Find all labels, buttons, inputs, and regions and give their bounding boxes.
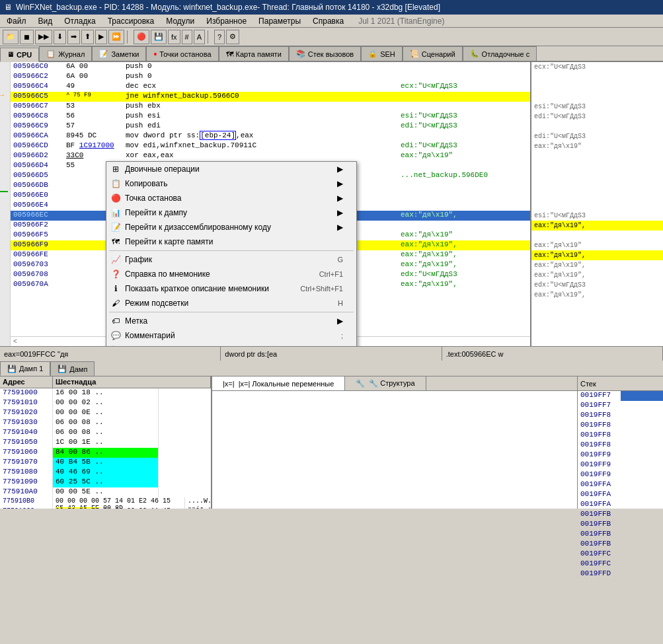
tb-settings[interactable]: ⚙	[226, 30, 239, 44]
tab-scenario[interactable]: 📜 Сценарий	[403, 46, 463, 61]
cm-bookmark[interactable]: 🔖 Поставить/Убрать закладку Ctrl+D	[106, 343, 356, 346]
cm-graph[interactable]: 📈 График G	[106, 252, 356, 267]
tab-callstack[interactable]: 📚 Стек вызовов	[289, 46, 361, 61]
tab-dump2[interactable]: 💾 Дамп	[50, 361, 95, 376]
highlight-icon: 🖌	[110, 298, 121, 308]
tb-font[interactable]: A	[194, 30, 205, 44]
stack-row: 0019FF8	[578, 441, 663, 450]
stack-row: 0019FF9	[578, 460, 663, 470]
tb-step-over[interactable]: ➡	[67, 30, 80, 44]
title-bar-icon: 🖥	[4, 3, 12, 12]
cm-goto-memmap[interactable]: 🗺 Перейти к карте памяти	[106, 234, 356, 249]
menu-debug[interactable]: Отладка	[60, 16, 99, 26]
tb-restart[interactable]: ▶▶	[35, 30, 52, 44]
disasm-row[interactable]: 005966C8 56 push esi esi:"U<мГДдS3	[11, 112, 530, 122]
tab-memmap[interactable]: 🗺 Карта памяти	[219, 46, 289, 61]
disasm-row[interactable]: 005966CD BF 1C917000 mov edi,winfxnet_ba…	[11, 141, 530, 151]
tb-expr[interactable]: fx	[168, 30, 180, 44]
locals-tab[interactable]: |x=| |x=| Локальные переменные	[212, 376, 345, 390]
stack-row: 0019FF8	[578, 411, 663, 421]
disasm-row[interactable]: 005966C5 ^ 75 F9 jne winfxnet_backup.596…	[11, 92, 530, 102]
menu-favorites[interactable]: Избранное	[202, 16, 251, 26]
dump-row[interactable]: 77591070 40 B4 5B ..	[0, 458, 211, 468]
cm-label[interactable]: 🏷 Метка ▶	[106, 314, 356, 328]
tab-breakpoints-label: Точки останова	[159, 50, 211, 58]
dump-row[interactable]: 77591080 40 46 69 ..	[0, 468, 211, 478]
menu-trace[interactable]: Трассировка	[104, 16, 159, 26]
tb-run[interactable]: ▶	[95, 30, 107, 44]
tb-open[interactable]: 📁	[3, 30, 19, 44]
tab-callstack-label: Стек вызовов	[308, 50, 354, 58]
dump-row[interactable]: 77591010 00 00 02 ..	[0, 398, 211, 408]
disasm-row[interactable]: 005966C9 57 push edi edi:"U<мГДдS3	[11, 122, 530, 131]
cm-binary-ops[interactable]: ⊞ Двоичные операции ▶	[106, 162, 356, 176]
tab-notes[interactable]: 📝 Заметки	[92, 46, 146, 61]
tb-step-in[interactable]: ⬇	[54, 30, 66, 44]
tab-debug-label: Отладочные с	[482, 50, 530, 58]
tb-mem[interactable]: 💾	[151, 30, 167, 44]
tb-stop[interactable]: ⏹	[20, 30, 34, 44]
disasm-row[interactable]: 005966C4 49 dec ecx ecx:"U<мГДдS3	[11, 82, 530, 92]
structure-tab[interactable]: 🔧 🔧 Структура	[345, 376, 426, 390]
bookmark-icon: 🔖	[110, 345, 121, 346]
dump-col-hex: Шестнадца	[53, 376, 211, 388]
tab-memmap-label: Карта памяти	[236, 50, 282, 58]
disasm-row[interactable]: 005966D2 33C0 xor eax,eax eax:"дя\x19"	[11, 151, 530, 161]
menu-view[interactable]: Вид	[34, 16, 57, 26]
dump-row[interactable]: 77591090 60 25 5C ..	[0, 478, 211, 487]
disasm-icon: 📝	[110, 222, 121, 233]
dump-row[interactable]: 77591030 06 00 08 ..	[0, 418, 211, 428]
tab-journal[interactable]: 📋 Журнал	[39, 46, 92, 61]
dump-panel[interactable]: Адрес Шестнадца 77591000 16 00 18 .. 775…	[0, 376, 212, 509]
tab-scenario-icon: 📜	[410, 50, 419, 58]
stack-row: 0019FF8	[578, 421, 663, 431]
cm-mnemonic-short[interactable]: ℹ Показать краткое описание мнемоники Ct…	[106, 281, 356, 296]
menu-params[interactable]: Параметры	[254, 16, 305, 26]
tab-dump1[interactable]: 💾 Дамп 1	[0, 361, 50, 376]
cm-goto-dump[interactable]: 📊 Перейти к дампу ▶	[106, 205, 356, 220]
menu-modules[interactable]: Модули	[162, 16, 198, 26]
tab-cpu[interactable]: 🖥 CPU	[0, 48, 39, 62]
graph-icon: 📈	[110, 254, 121, 265]
tab-seh[interactable]: 🔒 SEH	[361, 46, 403, 61]
tab-debug[interactable]: 🐛 Отладочные с	[463, 46, 537, 61]
disasm-panel[interactable]: → 005966C0 6A 00 push 0 005966C2 6A 00 p…	[0, 62, 531, 346]
dump-row[interactable]: 775910A0 00 00 5E ..	[0, 487, 211, 497]
dump-row[interactable]: 77591060 84 00 86 ..	[0, 448, 211, 458]
cm-copy[interactable]: 📋 Копировать ▶	[106, 176, 356, 191]
stack-row: 0019FFB	[578, 510, 663, 520]
tb-hash[interactable]: #	[182, 30, 192, 44]
toolbar: 📁 ⏹ ▶▶ ⬇ ➡ ⬆ ▶ ⏩ 🔴 💾 fx # A ? ⚙	[0, 28, 663, 46]
menu-help[interactable]: Справка	[309, 16, 348, 26]
cm-highlight-mode[interactable]: 🖌 Режим подсветки H	[106, 296, 356, 310]
tb-run-to[interactable]: ⏩	[108, 30, 124, 44]
menu-file[interactable]: Файл	[3, 16, 30, 26]
info-icon: ℹ	[110, 283, 121, 294]
tb-help[interactable]: ?	[214, 30, 225, 44]
cm-comment[interactable]: 💬 Комментарий ;	[106, 328, 356, 343]
disasm-row[interactable]: 005966C2 6A 00 push 0	[11, 72, 530, 82]
stack-header: Стек	[578, 376, 663, 391]
dump-row[interactable]: 775910B0 00 00 00 00 57 14 01 E2 46 15 C…	[0, 497, 211, 507]
stack-row: 0019FFA	[578, 490, 663, 500]
tab-memmap-icon: 🗺	[226, 50, 233, 58]
cm-goto-disasm[interactable]: 📝 Перейти к дизассемблированному коду ▶	[106, 220, 356, 234]
disasm-row[interactable]: 005966C7 53 push ebx	[11, 102, 530, 112]
disasm-row[interactable]: 005966CA 8945 DC mov dword ptr ss:[ebp-2…	[11, 131, 530, 141]
dump-row[interactable]: 775910C0 8C 7C 59 77 01 00 00 00 1A 45 0…	[0, 507, 211, 509]
dump-row[interactable]: 77591050 1C 00 1E ..	[0, 438, 211, 448]
stack-row: 0019FF7	[578, 401, 663, 411]
cm-breakpoint[interactable]: 🔴 Точка останова ▶	[106, 191, 356, 205]
status-left: eax=0019FFCC "дя	[0, 347, 221, 361]
tb-bp[interactable]: 🔴	[134, 30, 149, 44]
tab-bar: 🖥 CPU 📋 Журнал 📝 Заметки • Точки останов…	[0, 46, 663, 62]
dump-row[interactable]: 77591040 06 00 08 ..	[0, 428, 211, 438]
cm-mnemonic-help[interactable]: ❓ Справка по мнемонике Ctrl+F1	[106, 267, 356, 281]
tab-breakpoints[interactable]: • Точки останова	[146, 46, 218, 61]
tb-step-out[interactable]: ⬆	[81, 30, 94, 44]
dump-row[interactable]: 77591000 16 00 18 ..	[0, 388, 211, 398]
disasm-row[interactable]: 005966C0 6A 00 push 0	[11, 62, 530, 72]
dump-row[interactable]: 77591020 00 00 0E ..	[0, 408, 211, 418]
stack-row: 0019FFC	[578, 559, 663, 569]
memmap-icon: 🗺	[110, 236, 121, 247]
